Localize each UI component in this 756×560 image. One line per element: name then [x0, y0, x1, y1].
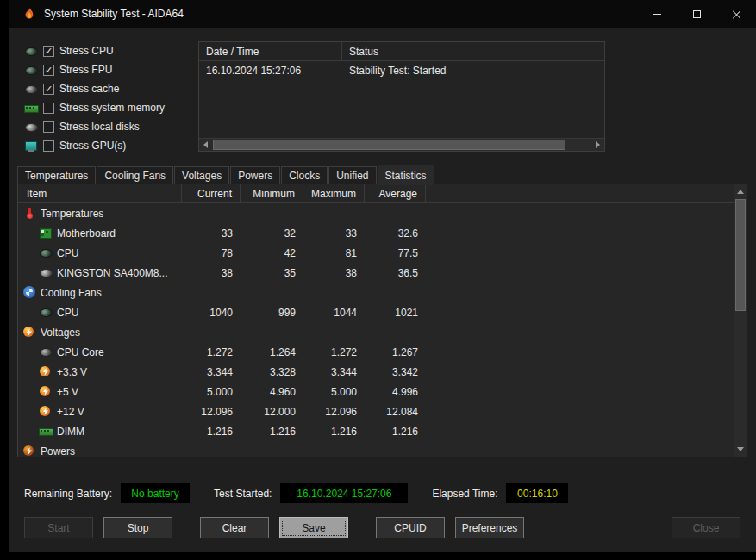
checkbox-stress-cpu[interactable]: ✓: [43, 46, 54, 57]
memory-icon: [39, 425, 53, 438]
stress-option-label: Stress local disks: [59, 121, 140, 133]
log-col-status[interactable]: Status: [342, 42, 597, 60]
save-button[interactable]: Save: [279, 517, 348, 538]
stress-option-stress-gpu-s[interactable]: Stress GPU(s): [24, 136, 197, 155]
stats-row-5-v[interactable]: +5 V5.0004.9605.0004.996: [18, 382, 734, 401]
maximize-button[interactable]: [677, 0, 716, 28]
stats-minimum-cell: 1.264: [241, 342, 303, 362]
stats-header-minimum[interactable]: Minimum: [241, 184, 303, 202]
scroll-left-arrow[interactable]: [199, 139, 212, 151]
elapsed-time-value: 00:16:10: [506, 483, 568, 503]
stats-header-item[interactable]: Item: [18, 184, 182, 202]
stats-maximum-cell: 1044: [303, 302, 365, 322]
stats-average-cell: [365, 203, 426, 223]
stats-current-cell: [182, 203, 241, 223]
stats-row-temperatures[interactable]: Temperatures: [18, 203, 734, 223]
stats-current-cell: 78: [182, 243, 241, 263]
stats-item-label: +12 V: [57, 406, 84, 418]
close-button[interactable]: [716, 0, 756, 28]
tab-clocks[interactable]: Clocks: [281, 166, 328, 185]
stats-filler-cell: [426, 322, 734, 342]
stop-button[interactable]: Stop: [103, 517, 172, 538]
tab-powers[interactable]: Powers: [230, 166, 280, 185]
stats-row-cpu-core[interactable]: CPU Core1.2721.2641.2721.267: [18, 342, 734, 362]
stats-header-average[interactable]: Average: [365, 184, 426, 202]
log-horizontal-scrollbar[interactable]: [199, 138, 604, 151]
stress-option-stress-cache[interactable]: ✓Stress cache: [24, 79, 197, 98]
left-arrow-icon: [203, 141, 208, 148]
stress-option-stress-system-memory[interactable]: Stress system memory: [24, 98, 197, 117]
checkbox-stress-system-memory[interactable]: [43, 103, 54, 114]
stats-maximum-cell: [303, 203, 365, 223]
voltage-icon: [39, 405, 53, 418]
preferences-button[interactable]: Preferences: [455, 517, 524, 538]
stats-row-cooling-fans[interactable]: Cooling Fans: [18, 283, 734, 302]
stats-row-dimm[interactable]: DIMM1.2161.2161.2161.216: [18, 421, 734, 441]
stats-item-cell: Voltages: [18, 322, 182, 342]
test-started-label: Test Started:: [214, 488, 272, 500]
stats-current-cell: [182, 322, 241, 342]
stats-header-current[interactable]: Current: [182, 184, 241, 202]
clear-button[interactable]: Clear: [200, 517, 269, 538]
stats-maximum-cell: 33: [303, 223, 365, 243]
log-col-datetime[interactable]: Date / Time: [199, 42, 342, 60]
stats-row-voltages[interactable]: Voltages: [18, 322, 734, 342]
close-icon: [732, 9, 741, 19]
stats-item-label: DIMM: [57, 426, 84, 438]
tab-statistics[interactable]: Statistics: [378, 165, 434, 185]
stress-option-stress-cpu[interactable]: ✓Stress CPU: [24, 41, 197, 60]
stress-option-label: Stress system memory: [59, 102, 165, 114]
checkbox-stress-gpu-s[interactable]: [43, 140, 54, 152]
stress-option-stress-local-disks[interactable]: Stress local disks: [24, 117, 197, 136]
scroll-right-arrow[interactable]: [591, 139, 604, 151]
stats-row-12-v[interactable]: +12 V12.09612.00012.09612.084: [18, 401, 734, 421]
stats-row-powers[interactable]: Powers: [18, 441, 734, 457]
scroll-up-arrow[interactable]: [734, 185, 747, 198]
cpu-icon: [39, 306, 53, 319]
stats-item-label: CPU Core: [57, 346, 104, 358]
checkbox-stress-fpu[interactable]: ✓: [43, 65, 54, 76]
stats-minimum-cell: 3.328: [241, 362, 303, 382]
stats-maximum-cell: 12.096: [303, 401, 365, 421]
stats-filler-cell: [426, 243, 734, 263]
tab-temperatures[interactable]: Temperatures: [17, 166, 96, 185]
status-bar: Remaining Battery: No battery Test Start…: [24, 483, 568, 503]
elapsed-time-label: Elapsed Time:: [432, 488, 497, 500]
stats-row-kingston-sa400m8[interactable]: KINGSTON SA400M8...38353836.5: [18, 263, 734, 283]
stress-option-stress-fpu[interactable]: ✓Stress FPU: [24, 60, 197, 79]
statistics-panel: ItemCurrentMinimumMaximumAverage Tempera…: [17, 184, 747, 457]
log-row: 16.10.2024 15:27:06Stability Test: Start…: [199, 61, 604, 80]
minimize-button[interactable]: [637, 0, 677, 28]
stats-row-motherboard[interactable]: Motherboard33323332.6: [18, 223, 734, 243]
stats-minimum-cell: 1.216: [241, 421, 303, 441]
stats-minimum-cell: 4.960: [241, 382, 303, 401]
aida64-flame-icon: [22, 7, 36, 21]
stats-vertical-scrollbar[interactable]: [734, 184, 747, 457]
stats-item-cell: Motherboard: [18, 223, 182, 243]
cpuid-button[interactable]: CPUID: [376, 517, 445, 538]
titlebar: System Stability Test - AIDA64: [9, 0, 756, 28]
fan-icon: [22, 286, 36, 299]
stats-maximum-cell: 1.216: [303, 421, 365, 441]
log-header: Date / Time Status: [199, 42, 604, 61]
stats-header-filler: [426, 184, 734, 202]
stress-options-list: ✓Stress CPU✓Stress FPU✓Stress cacheStres…: [24, 41, 197, 155]
tab-unified[interactable]: Unified: [328, 166, 376, 185]
vertical-scrollbar-thumb[interactable]: [735, 199, 746, 311]
checkbox-stress-local-disks[interactable]: [43, 121, 54, 133]
stats-minimum-cell: [241, 322, 303, 342]
stats-row-cpu[interactable]: CPU104099910441021: [18, 302, 734, 322]
stats-minimum-cell: 999: [241, 302, 303, 322]
checkbox-stress-cache[interactable]: ✓: [43, 84, 54, 95]
stats-item-label: +3.3 V: [57, 366, 87, 378]
scroll-down-arrow[interactable]: [734, 443, 747, 456]
stats-header-maximum[interactable]: Maximum: [303, 184, 365, 202]
log-status-cell: Stability Test: Started: [342, 65, 447, 77]
stats-row-3-3-v[interactable]: +3.3 V3.3443.3283.3443.342: [18, 362, 734, 382]
tab-voltages[interactable]: Voltages: [174, 166, 229, 185]
stats-row-cpu[interactable]: CPU78428177.5: [18, 243, 734, 263]
stats-average-cell: [365, 322, 426, 342]
stats-filler-cell: [426, 263, 734, 283]
horizontal-scrollbar-thumb[interactable]: [213, 140, 565, 150]
tab-cooling-fans[interactable]: Cooling Fans: [97, 166, 173, 185]
